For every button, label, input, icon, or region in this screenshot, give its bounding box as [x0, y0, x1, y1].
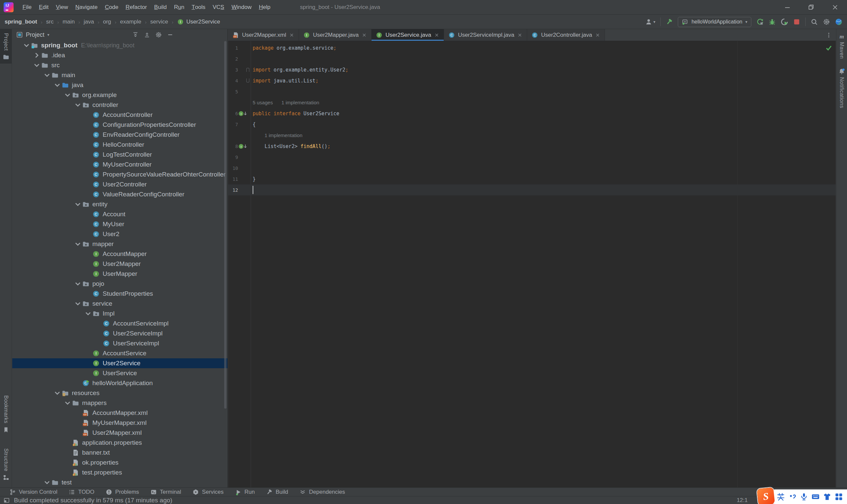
menu-window[interactable]: Window	[228, 0, 255, 14]
tree-item-ok-properties[interactable]: ok.properties	[12, 457, 228, 468]
tree-item-mappers[interactable]: mappers	[12, 398, 228, 408]
tree-item-spring-boot[interactable]: spring_bootE:\learn\spring_boot	[12, 40, 228, 50]
tool-stripe-bookmarks[interactable]: Bookmarks	[0, 391, 12, 436]
tree-item-propertysourcevaluereaderohtercontroller[interactable]: CPropertySourceValueReaderOhterControlle…	[12, 169, 228, 179]
tree-item-envreaderconfigcontroller[interactable]: CEnvReaderConfigController	[12, 130, 228, 140]
user-account-button[interactable]: ▾	[645, 18, 655, 25]
project-scrollbar[interactable]	[224, 41, 227, 409]
keyboard-icon[interactable]	[811, 492, 820, 501]
tree-item-user2service[interactable]: IUser2Service	[12, 358, 228, 368]
stop-button[interactable]	[793, 18, 800, 25]
project-panel-title[interactable]: Project	[26, 32, 44, 38]
tree-item-user2serviceimpl[interactable]: CUser2ServiceImpl	[12, 328, 228, 338]
tree-item-service[interactable]: service	[12, 299, 228, 309]
run-button[interactable]	[756, 18, 763, 25]
tab-options-button[interactable]	[826, 29, 836, 41]
tree-item-mapper[interactable]: mapper	[12, 239, 228, 249]
hide-panel-button[interactable]	[167, 32, 174, 38]
tree-item-pojo[interactable]: pojo	[12, 279, 228, 289]
breadcrumb-spring-boot[interactable]: spring_boot	[5, 19, 37, 25]
chevron-down-icon[interactable]	[73, 201, 82, 208]
sogou-logo-icon[interactable]: S	[757, 487, 775, 504]
microphone-icon[interactable]	[800, 492, 808, 501]
tree-item-accountmapper[interactable]: IAccountMapper	[12, 249, 228, 259]
caret-position[interactable]: 12:1	[737, 497, 748, 504]
menu-view[interactable]: View	[52, 0, 72, 14]
inspections-ok-icon[interactable]	[825, 44, 832, 52]
tree-item-myusercontroller[interactable]: CMyUserController	[12, 160, 228, 169]
menu-run[interactable]: Run	[170, 0, 188, 14]
tree-item-user2mapper-xml[interactable]: <>User2Mapper.xml	[12, 428, 228, 438]
breadcrumb-example[interactable]: example	[120, 19, 141, 25]
tree-item-test-properties[interactable]: test.properties	[12, 468, 228, 478]
chevron-down-icon[interactable]	[73, 300, 82, 307]
tree-item-account[interactable]: CAccount	[12, 209, 228, 219]
tree-item-hellocontroller[interactable]: CHelloController	[12, 140, 228, 150]
menu-build[interactable]: Build	[151, 0, 170, 14]
menu-refactor[interactable]: Refactor	[122, 0, 150, 14]
tree-item-test[interactable]: test	[12, 478, 228, 487]
tab-user2controller-java[interactable]: CUser2Controller.java	[527, 29, 605, 41]
implemented-interface-gutter-icon[interactable]: I	[238, 143, 247, 149]
code-editor[interactable]: 1package org.example.service;23import or…	[228, 41, 836, 487]
run-configuration-select[interactable]: helloWorldApplication ▾	[678, 17, 751, 27]
tree-item-org-example[interactable]: org.example	[12, 90, 228, 100]
ime-skin-icon[interactable]	[823, 492, 831, 501]
menu-vcs[interactable]: VCS	[209, 0, 228, 14]
tree-item-studentproperties[interactable]: CStudentProperties	[12, 289, 228, 299]
toolwindow-dependencies[interactable]: Dependencies	[299, 489, 345, 496]
tree-item-idea[interactable]: .idea	[12, 50, 228, 60]
chevron-down-icon[interactable]	[84, 310, 92, 317]
toolwindow-build[interactable]: Build	[266, 489, 288, 496]
breadcrumb-main[interactable]: main	[62, 19, 75, 25]
tab-user2service-java[interactable]: IUser2Service.java	[372, 29, 444, 41]
build-project-button[interactable]	[666, 18, 673, 25]
toolwindow-terminal[interactable]: Terminal	[150, 489, 181, 496]
tab-user2serviceimpl-java[interactable]: CUser2ServiceImpl.java	[444, 29, 527, 41]
breadcrumb-java[interactable]: java	[84, 19, 94, 25]
menu-navigate[interactable]: Navigate	[72, 0, 101, 14]
settings-button[interactable]	[823, 18, 830, 25]
chevron-down-icon[interactable]	[53, 390, 61, 396]
menu-help[interactable]: Help	[255, 0, 274, 14]
close-tab-icon[interactable]	[517, 33, 523, 38]
tree-item-user2[interactable]: CUser2	[12, 229, 228, 239]
chevron-down-icon[interactable]	[43, 72, 51, 78]
tree-item-resources[interactable]: resources	[12, 388, 228, 398]
tree-item-main[interactable]: main	[12, 70, 228, 80]
menu-file[interactable]: File	[19, 0, 35, 14]
tree-item-entity[interactable]: entity	[12, 199, 228, 209]
tree-item-user2mapper[interactable]: IUser2Mapper	[12, 259, 228, 269]
chevron-down-icon[interactable]	[22, 42, 31, 49]
tree-item-usermapper[interactable]: IUserMapper	[12, 269, 228, 279]
chevron-down-icon[interactable]	[33, 62, 41, 69]
tree-item-application-properties[interactable]: application.properties	[12, 438, 228, 448]
tool-stripe-notifications[interactable]: Notifications	[839, 68, 845, 108]
chevron-down-icon[interactable]	[73, 281, 82, 287]
breadcrumb-src[interactable]: src	[46, 19, 54, 25]
chevron-right-icon[interactable]	[33, 52, 41, 59]
tab-user2mapper-xml[interactable]: <>User2Mapper.xml	[228, 29, 299, 41]
close-tab-icon[interactable]	[362, 33, 367, 38]
chevron-down-icon[interactable]	[73, 102, 82, 108]
implemented-interface-gutter-icon[interactable]: I	[238, 111, 247, 116]
tree-item-configurationpropertiescontroller[interactable]: CConfigurationPropertiesController	[12, 120, 228, 130]
toolwindow-services[interactable]: Services	[192, 489, 223, 496]
tree-item-accountmapper-xml[interactable]: <>AccountMapper.xml	[12, 408, 228, 418]
tree-item-helloworldapplication[interactable]: ChelloWorldApplication	[12, 378, 228, 388]
inlay-hint[interactable]: 1 implementation	[282, 100, 319, 105]
restore-button[interactable]	[799, 0, 823, 15]
tree-item-userservice[interactable]: IUserService	[12, 368, 228, 378]
tree-item-logtestcontroller[interactable]: CLogTestController	[12, 150, 228, 160]
menu-code[interactable]: Code	[101, 0, 122, 14]
tool-stripe-structure[interactable]: Structure	[0, 444, 12, 484]
tree-item-src[interactable]: src	[12, 60, 228, 70]
toolwindow-todo[interactable]: TODO	[69, 489, 94, 496]
menu-tools[interactable]: Tools	[188, 0, 209, 14]
tree-item-user2controller[interactable]: CUser2Controller	[12, 179, 228, 190]
collapse-all-button[interactable]	[144, 32, 150, 38]
fold-column[interactable]	[247, 75, 251, 86]
tree-item-impl[interactable]: Impl	[12, 309, 228, 319]
tab-user2mapper-java[interactable]: IUser2Mapper.java	[299, 29, 372, 41]
breadcrumb-service[interactable]: service	[150, 19, 168, 25]
